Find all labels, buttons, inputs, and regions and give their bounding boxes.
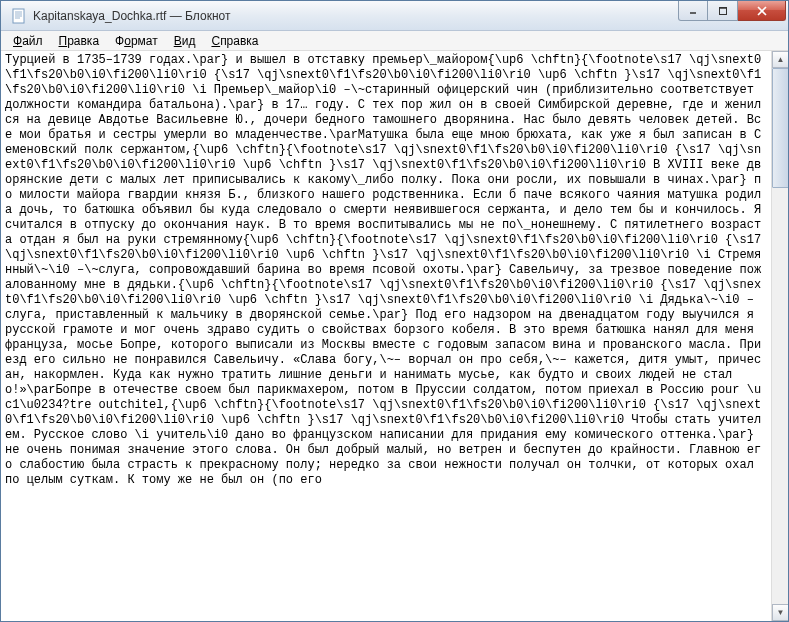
- window-title: Kapitanskaya_Dochka.rtf — Блокнот: [33, 9, 230, 23]
- text-editor[interactable]: Турцией в 1735–1739 годах.\par} и вышел …: [1, 51, 771, 621]
- close-button[interactable]: [738, 1, 786, 21]
- menu-edit[interactable]: Правка: [51, 32, 108, 50]
- vertical-scrollbar[interactable]: ▲ ▼: [771, 51, 788, 621]
- notepad-icon: [11, 8, 27, 24]
- menubar: Файл Правка Формат Вид Справка: [1, 31, 788, 51]
- scroll-down-button[interactable]: ▼: [772, 604, 788, 621]
- scroll-thumb[interactable]: [772, 68, 788, 188]
- app-window: Kapitanskaya_Dochka.rtf — Блокнот Файл П…: [0, 0, 789, 622]
- menu-file[interactable]: Файл: [5, 32, 51, 50]
- scroll-up-button[interactable]: ▲: [772, 51, 788, 68]
- menu-help[interactable]: Справка: [203, 32, 266, 50]
- menu-view[interactable]: Вид: [166, 32, 204, 50]
- window-controls: [678, 1, 786, 21]
- content-area: Турцией в 1735–1739 годах.\par} и вышел …: [1, 51, 788, 621]
- maximize-button[interactable]: [708, 1, 738, 21]
- titlebar[interactable]: Kapitanskaya_Dochka.rtf — Блокнот: [1, 1, 788, 31]
- minimize-button[interactable]: [678, 1, 708, 21]
- menu-format[interactable]: Формат: [107, 32, 166, 50]
